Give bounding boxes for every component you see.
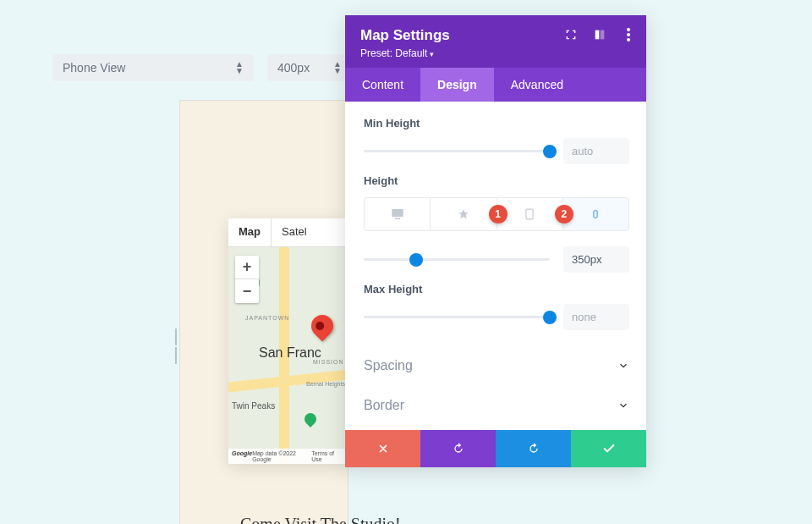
height-slider[interactable] [364,248,550,272]
svg-point-5 [627,38,630,41]
map-tab-map[interactable]: Map [228,218,272,246]
viewport-width-label: 400px [277,61,310,74]
map-canvas[interactable]: 101 + − JAPANTOWN San Franc MISSION DIST… [228,247,347,464]
responsive-toggle: 1 2 [364,197,629,231]
spacing-label: Spacing [364,358,413,373]
viewport-width-select[interactable]: 400px ▲▼ [267,54,352,81]
kebab-icon[interactable] [621,27,636,42]
border-label: Border [364,398,404,413]
panel-footer [345,430,646,467]
max-height-slider[interactable] [364,306,550,329]
park-pin-icon [302,411,319,427]
map-label: MISSION DISTRICT [313,359,347,365]
preset-dropdown[interactable]: Preset: Default [360,47,631,59]
tab-content[interactable]: Content [345,68,420,102]
callout-marker: 2 [555,205,573,223]
save-button[interactable] [571,430,646,467]
svg-rect-6 [526,209,533,219]
svg-rect-7 [594,211,597,218]
phone-preview: Map Satel 101 + − JAPANTOWN San Franc MI… [228,218,347,464]
chevron-down-icon [617,400,629,411]
min-height-value[interactable]: auto [563,138,629,164]
height-label: Height [364,174,629,187]
city-label: San Franc [259,345,321,361]
svg-point-3 [627,28,630,31]
device-phone[interactable]: 2 [563,198,628,230]
updown-icon: ▲▼ [235,61,244,74]
svg-point-4 [627,33,630,36]
map-brand: Google [232,450,252,462]
tab-advanced[interactable]: Advanced [494,68,580,102]
min-height-label: Min Height [364,117,629,130]
slider-thumb[interactable] [409,253,423,267]
section-spacing[interactable]: Spacing [364,345,629,385]
device-hover[interactable] [431,198,497,230]
view-mode-label: Phone View [63,61,125,74]
min-height-slider[interactable] [364,140,550,163]
tab-design[interactable]: Design [420,68,494,102]
panel-body[interactable]: Min Height auto Height 1 2 [345,102,646,430]
svg-rect-1 [595,30,600,40]
map-label: JAPANTOWN [245,315,289,321]
svg-rect-2 [601,30,605,40]
map-label: Bernal Heights Park [306,381,347,387]
chevron-down-icon [617,360,629,372]
map-pin-icon[interactable] [307,311,338,342]
slider-thumb[interactable] [543,145,557,158]
undo-button[interactable] [420,430,496,467]
max-height-label: Max Height [364,283,629,295]
map-data-text: Map data ©2022 Google [252,450,311,462]
map-credit: Google Map data ©2022 Google Terms of Us… [228,449,347,464]
section-border[interactable]: Border [364,385,629,425]
zoom-out-button[interactable]: − [235,279,259,303]
panel-tabs: Content Design Advanced [345,68,646,102]
map-terms-link[interactable]: Terms of Use [311,450,343,462]
zoom-in-button[interactable]: + [235,256,259,279]
device-desktop[interactable] [365,198,431,230]
callout-marker: 1 [489,205,508,223]
slider-thumb[interactable] [543,311,557,324]
expand-icon[interactable] [563,27,579,42]
zoom-controls: + − [235,256,259,303]
redo-button[interactable] [496,430,571,467]
cancel-button[interactable] [345,430,420,467]
updown-icon: ▲▼ [333,61,342,74]
map-type-bar: Map Satel [228,218,347,247]
device-tablet[interactable]: 1 [497,198,563,230]
view-mode-select[interactable]: Phone View ▲▼ [52,54,254,81]
max-height-value[interactable]: none [563,304,629,330]
resize-handle[interactable] [173,328,179,364]
panel-header[interactable]: Map Settings Preset: Default [345,15,646,68]
snap-icon[interactable] [592,27,607,42]
page-heading: Come Visit The Studio! [240,515,401,524]
height-value[interactable]: 350px [563,246,629,273]
map-tab-satellite[interactable]: Satel [272,218,317,246]
map-label: Twin Peaks [232,401,275,411]
settings-panel: Map Settings Preset: Default Content Des… [345,15,646,467]
